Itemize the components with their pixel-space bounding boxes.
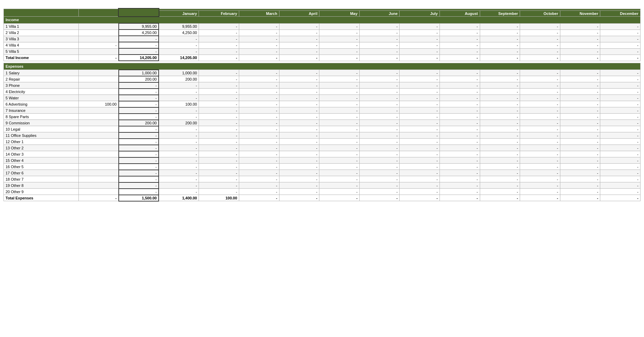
cell-jun: - — [359, 23, 400, 30]
cell-dec: - — [600, 176, 641, 182]
cell-jul: - — [400, 151, 440, 157]
cell-sep: - — [480, 164, 520, 170]
cell-feb: - — [199, 176, 239, 182]
cell-feb: - — [199, 164, 239, 170]
cell-oct: - — [520, 23, 560, 30]
cell-actual: - — [119, 107, 159, 114]
cell-name: 17 Other 6 — [4, 170, 79, 176]
table-row: 18 Other 7------------- — [4, 176, 641, 182]
cell-oct: - — [520, 145, 560, 151]
cell-feb: - — [199, 30, 239, 36]
month-header-july: July — [400, 10, 440, 16]
cell-aug: - — [440, 95, 480, 101]
col-budget-header — [78, 9, 119, 16]
cell-sep: - — [480, 132, 520, 139]
cell-actual: - — [119, 145, 159, 151]
cell-jul: - — [400, 189, 440, 195]
cell-jan: - — [159, 95, 199, 101]
cell-dec: - — [600, 89, 641, 95]
col-actual-header — [119, 9, 159, 16]
cell-nov: - — [560, 36, 600, 42]
cell-jul: - — [400, 132, 440, 139]
cell-jul: - — [400, 95, 440, 101]
cell-jul: - — [400, 30, 440, 36]
cell-oct: - — [520, 36, 560, 42]
cell-nov: - — [560, 42, 600, 48]
cell-name: 3 Villa 3 — [4, 36, 79, 42]
cell-oct: - — [520, 107, 560, 114]
cell-jun: - — [359, 157, 400, 164]
cell-name: 3 Phone — [4, 82, 79, 89]
total-cell-budget: - — [78, 195, 119, 201]
cell-jul: - — [400, 23, 440, 30]
cell-apr: - — [279, 101, 319, 107]
cell-mar: - — [239, 139, 279, 145]
cell-jan: - — [159, 48, 199, 55]
cell-budget — [78, 114, 119, 120]
cell-nov: - — [560, 95, 600, 101]
main-table: JanuaryFebruaryMarchAprilMayJuneJulyAugu… — [3, 8, 641, 203]
cell-budget — [78, 48, 119, 55]
cell-oct: - — [520, 114, 560, 120]
cell-jan: 200.00 — [159, 76, 199, 82]
cell-may: - — [319, 30, 360, 36]
fiscal-period-label — [3, 4, 45, 5]
cell-mar: - — [239, 176, 279, 182]
cell-oct: - — [520, 170, 560, 176]
month-header-september: September — [480, 10, 520, 16]
cell-dec: - — [600, 189, 641, 195]
cell-name: 1 Salary — [4, 70, 79, 76]
month-header-june: June — [359, 10, 400, 16]
cell-name: 18 Other 7 — [4, 176, 79, 182]
cell-name: 13 Other 2 — [4, 145, 79, 151]
table-row: 8 Spare Parts------------- — [4, 114, 641, 120]
cell-oct: - — [520, 89, 560, 95]
total-cell-jan: 14,205.00 — [159, 55, 199, 61]
cell-nov: - — [560, 151, 600, 157]
cell-dec: - — [600, 82, 641, 89]
cell-budget — [78, 120, 119, 126]
cell-feb: - — [199, 101, 239, 107]
cell-aug: - — [440, 164, 480, 170]
cell-nov: - — [560, 30, 600, 36]
cell-sep: - — [480, 23, 520, 30]
cell-feb: - — [199, 76, 239, 82]
cell-budget — [78, 182, 119, 189]
cell-may: - — [319, 76, 360, 82]
cell-nov: - — [560, 101, 600, 107]
cell-apr: - — [279, 30, 319, 36]
cell-sep: - — [480, 182, 520, 189]
cell-mar: - — [239, 145, 279, 151]
cell-name: 8 Spare Parts — [4, 114, 79, 120]
cell-may: - — [319, 132, 360, 139]
cell-mar: - — [239, 36, 279, 42]
cell-jul: - — [400, 82, 440, 89]
cell-jul: - — [400, 157, 440, 164]
cell-actual: - — [119, 82, 159, 89]
cell-apr: - — [279, 114, 319, 120]
cell-feb: - — [199, 89, 239, 95]
cell-budget — [78, 189, 119, 195]
cell-dec: - — [600, 107, 641, 114]
month-header-march: March — [239, 10, 279, 16]
total-cell-aug: - — [440, 55, 480, 61]
cell-may: - — [319, 139, 360, 145]
cell-oct: - — [520, 132, 560, 139]
table-row: 2 Repair200.00200.00----------- — [4, 76, 641, 82]
cell-actual: - — [119, 189, 159, 195]
table-row: 4 Electricity------------- — [4, 89, 641, 95]
cell-actual: - — [119, 176, 159, 182]
cell-jan: - — [159, 82, 199, 89]
cell-dec: - — [600, 170, 641, 176]
cell-apr: - — [279, 70, 319, 76]
cell-apr: - — [279, 107, 319, 114]
cell-oct: - — [520, 182, 560, 189]
total-cell-dec: - — [600, 55, 641, 61]
cell-feb: - — [199, 139, 239, 145]
total-cell-aug: - — [440, 195, 480, 201]
cell-name: 2 Repair — [4, 76, 79, 82]
cell-budget — [78, 76, 119, 82]
cell-jan: - — [159, 151, 199, 157]
cell-oct: - — [520, 101, 560, 107]
total-cell-feb: 100.00 — [199, 195, 239, 201]
